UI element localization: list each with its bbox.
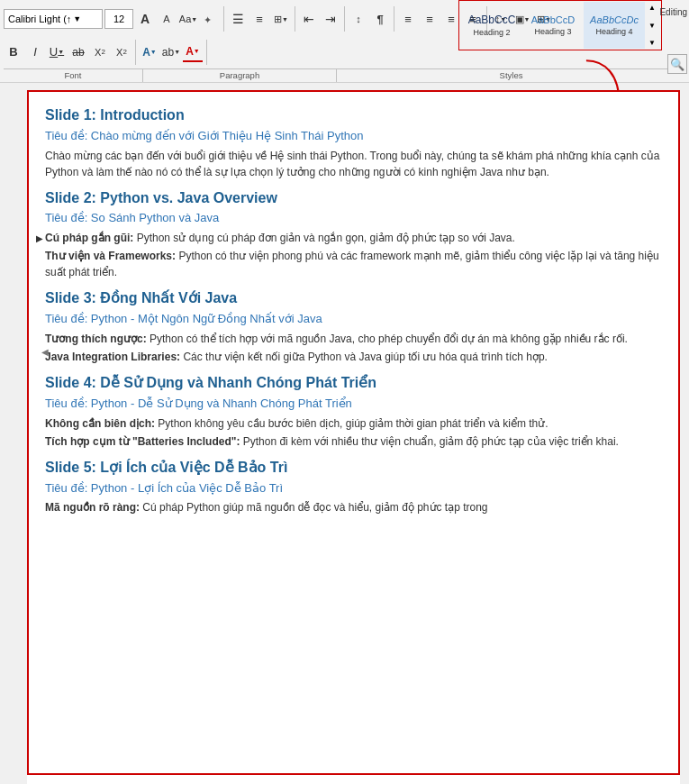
paragraph-group-label: Paragraph [143, 69, 337, 82]
document-content[interactable]: Slide 1: IntroductionTiêu đề: Chào mừng … [27, 90, 680, 775]
underline-button[interactable]: U▼ [47, 42, 67, 62]
bullets-button[interactable]: ☰ [228, 9, 248, 29]
heading4-preview: AaBbCcDc [590, 14, 639, 26]
slide-2-subheading: Tiêu đề: So Sánh Python và Java [45, 211, 662, 226]
slide-3-bullet-0: Tương thích ngược: Python có thể tích hợ… [45, 331, 662, 347]
bullet-text: Python sử dụng cú pháp đơn giản và ngắn … [133, 232, 515, 244]
slide-2-bullet-0: ▶Cú pháp gắn gũi: Python sử dụng cú pháp… [45, 230, 662, 246]
search-button[interactable]: 🔍 [667, 54, 687, 74]
slide-1-heading: Slide 1: Introduction [45, 106, 662, 125]
slide-5-subheading: Tiêu đề: Python - Lợi Ích của Việc Dễ Bả… [45, 481, 662, 497]
bullet-label: Không cần biên dịch: [45, 417, 155, 430]
slide-2-heading: Slide 2: Python vs. Java Overview [45, 189, 662, 208]
bullet-marker-icon: ▶ [36, 232, 43, 245]
strikethrough-button[interactable]: ab [68, 42, 88, 62]
style-heading4[interactable]: AaBbCcDc Heading 4 [584, 2, 645, 49]
numbering-button[interactable]: ≡ [249, 9, 269, 29]
slide-5-heading: Slide 5: Lợi Ích của Việc Dễ Bảo Trì [45, 459, 662, 478]
sort-button[interactable]: ↕ [349, 9, 368, 29]
slide-1-body: Chào mừng các bạn đến với buổi giới thiệ… [45, 148, 662, 180]
slide-4-bullet-0: Không cần biên dịch: Python không yêu cầ… [45, 415, 662, 432]
slide-4-subheading: Tiêu đề: Python - Dễ Sử Dụng và Nhanh Ch… [45, 397, 662, 412]
bullet-text: Python có thể tích hợp với mã nguồn Java… [147, 333, 628, 345]
text-highlight-button[interactable]: ab▼ [161, 42, 181, 62]
bullet-text: Cú pháp Python giúp mã nguồn dễ đọc và h… [140, 501, 488, 514]
clear-formatting-button[interactable]: ✦ [200, 9, 220, 29]
styles-scroll-control[interactable]: ▲ ▼ ▼ [645, 2, 659, 49]
increase-indent-button[interactable]: ⇥ [321, 9, 340, 29]
font-group-label: Font [4, 69, 143, 82]
multilevel-list-button[interactable]: ⊞▼ [271, 9, 291, 29]
align-left-button[interactable]: ≡ [398, 9, 418, 29]
toolbar-labels-row: Font Paragraph Styles [4, 68, 685, 82]
font-size-shrink-button[interactable]: A [157, 9, 177, 29]
bullet-label: Thư viện và Frameworks: [45, 250, 176, 262]
slide-4-heading: Slide 4: Dễ Sử Dụng và Nhanh Chóng Phát … [45, 374, 662, 393]
chevron-icon[interactable]: ▼ [73, 14, 81, 23]
separator4 [394, 6, 394, 32]
toolbar-row1: Calibri Light (↑ ▼ 12 A A Aa▼ ✦ ☰ ≡ ⊞▼ ⇤… [4, 2, 685, 36]
bullet-label: Java Integration Libraries: [45, 351, 180, 363]
separator1 [223, 6, 224, 32]
style-heading2[interactable]: AaBbCcC Heading 2 [461, 2, 522, 49]
document-area: Slide 1: IntroductionTiêu đề: Chào mừng … [27, 90, 680, 784]
font-color-button[interactable]: A▼ [183, 42, 203, 62]
text-effects-button[interactable]: A▼ [140, 42, 159, 62]
editing-label: Editing [659, 7, 687, 17]
slide-3-bullet-1: Java Integration Libraries: Các thư viện… [45, 349, 662, 365]
font-name-value: Calibri Light (↑ [8, 14, 71, 24]
separator2 [295, 6, 295, 32]
search-icon: 🔍 [670, 58, 684, 71]
heading4-label: Heading 4 [595, 27, 632, 36]
style-heading3[interactable]: AaBbCcD Heading 3 [522, 2, 584, 49]
decrease-indent-button[interactable]: ⇤ [299, 9, 319, 29]
styles-gallery: AaBbCcC Heading 2 AaBbCcD Heading 3 AaBb… [458, 0, 662, 50]
separator6 [135, 40, 136, 65]
bullet-text: Python đi kèm với nhiều thư viện chuẩn, … [240, 435, 619, 448]
separator3 [344, 6, 345, 32]
heading3-preview: AaBbCcD [531, 14, 575, 26]
bullet-label: Tích hợp cụm từ "Batteries Included": [45, 435, 240, 448]
heading3-label: Heading 3 [534, 27, 571, 36]
align-center-button[interactable]: ≡ [420, 9, 440, 29]
slide-3-heading: Slide 3: Đồng Nhất Với Java [45, 289, 662, 308]
scroll-down-icon[interactable]: ▼ [648, 22, 656, 30]
font-size-grow-button[interactable]: A [135, 9, 155, 29]
slide-2-bullet-1: Thư viện và Frameworks: Python có thư vi… [45, 248, 662, 280]
change-case-button[interactable]: Aa▼ [178, 9, 198, 29]
font-name-selector[interactable]: Calibri Light (↑ ▼ [4, 9, 103, 29]
bullet-label: Cú pháp gắn gũi: [45, 232, 133, 244]
slide-3-subheading: Tiêu đề: Python - Một Ngôn Ngữ Đồng Nhất… [45, 312, 662, 327]
bullet-label: Tương thích ngược: [45, 333, 147, 345]
italic-button[interactable]: I [25, 42, 45, 62]
separator7 [206, 40, 207, 65]
bullet-label: Mã nguồn rõ ràng: [45, 501, 140, 514]
bookmark-icon: ◀ [41, 347, 49, 357]
heading2-label: Heading 2 [473, 28, 510, 37]
styles-group-label: Styles [337, 69, 685, 82]
heading2-preview: AaBbCcC [468, 14, 516, 26]
slide-4-bullet-1: Tích hợp cụm từ "Batteries Included": Py… [45, 433, 662, 450]
superscript-button[interactable]: X2 [112, 42, 131, 62]
font-size-input[interactable]: 12 [104, 9, 133, 29]
bold-button[interactable]: B [4, 42, 23, 62]
bullet-text: Các thư viện kết nối giữa Python và Java… [180, 351, 548, 363]
subscript-button[interactable]: X2 [90, 42, 110, 62]
svg-text:✦: ✦ [204, 14, 212, 25]
slide-1-subheading: Tiêu đề: Chào mừng đến với Giới Thiệu Hệ… [45, 129, 662, 144]
toolbar: Calibri Light (↑ ▼ 12 A A Aa▼ ✦ ☰ ≡ ⊞▼ ⇤… [0, 0, 689, 83]
scroll-up-icon[interactable]: ▲ [648, 4, 656, 12]
slide-5-bullet-0: Mã nguồn rõ ràng: Cú pháp Python giúp mã… [45, 499, 662, 515]
bullet-text: Python không yêu cầu bước biên dịch, giú… [155, 417, 548, 430]
show-hide-button[interactable]: ¶ [370, 9, 390, 29]
expand-styles-icon[interactable]: ▼ [648, 39, 656, 47]
